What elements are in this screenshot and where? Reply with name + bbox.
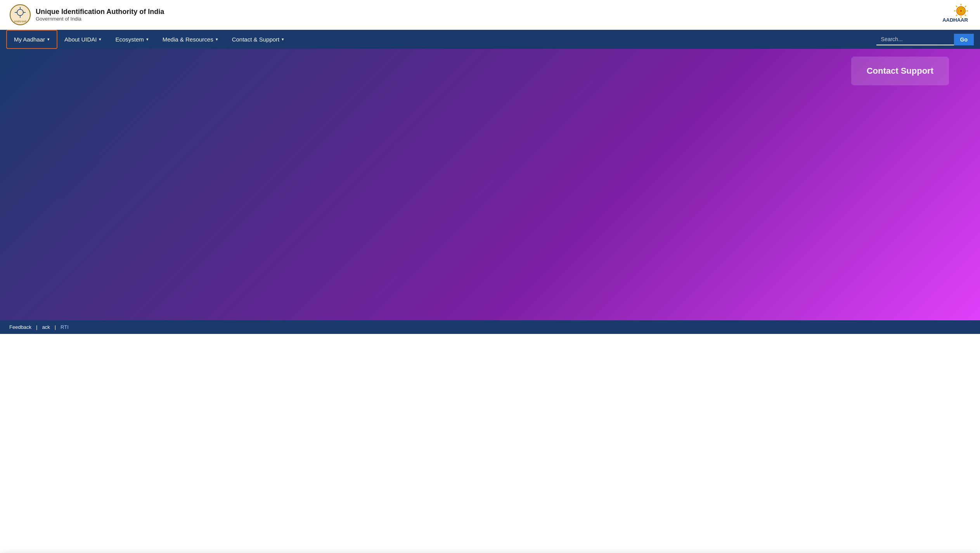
back-label: ack (42, 324, 50, 330)
chevron-down-icon: ▾ (99, 37, 101, 42)
header-title-block: Unique Identification Authority of India… (36, 8, 164, 22)
rti-link[interactable]: RTI (61, 324, 69, 330)
contact-support-banner: Contact Support (851, 57, 949, 85)
nav-media-resources[interactable]: Media & Resources ▾ (156, 31, 225, 48)
search-bar: Go (876, 34, 974, 45)
nav-contact-support[interactable]: Contact & Support ▾ (225, 31, 291, 48)
page-background: Contact Support (0, 49, 980, 320)
chevron-down-icon: ▾ (282, 37, 284, 42)
svg-text:सत्यमेव जयते: सत्यमेव जयते (14, 20, 27, 23)
nav-my-aadhaar[interactable]: My Aadhaar ▾ (6, 30, 57, 49)
aadhaar-logo: AADHAAR (940, 3, 971, 26)
nav-ecosystem[interactable]: Ecosystem ▾ (108, 31, 155, 48)
emblem-icon: सत्यमेव जयते (9, 4, 31, 26)
chevron-down-icon: ▾ (146, 37, 149, 42)
chevron-down-icon: ▾ (216, 37, 218, 42)
feedback-label: Feedback (9, 324, 31, 330)
search-input[interactable] (876, 34, 954, 45)
nav-about-uidai[interactable]: About UIDAI ▾ (57, 31, 108, 48)
org-name: Unique Identification Authority of India (36, 8, 164, 16)
header-logo-area: सत्यमेव जयते Unique Identification Autho… (9, 4, 164, 26)
footer-bar: Feedback | ack | RTI (0, 320, 980, 334)
site-header: सत्यमेव जयते Unique Identification Autho… (0, 0, 980, 30)
svg-text:AADHAAR: AADHAAR (942, 17, 968, 23)
svg-rect-7 (940, 3, 971, 26)
contact-support-text: Contact Support (867, 66, 933, 76)
main-navbar: My Aadhaar ▾ About UIDAI ▾ Ecosystem ▾ M… (0, 30, 980, 49)
chevron-down-icon: ▾ (47, 37, 50, 42)
gov-name: Government of India (36, 16, 164, 22)
search-button[interactable]: Go (954, 34, 974, 45)
svg-point-20 (960, 10, 962, 12)
